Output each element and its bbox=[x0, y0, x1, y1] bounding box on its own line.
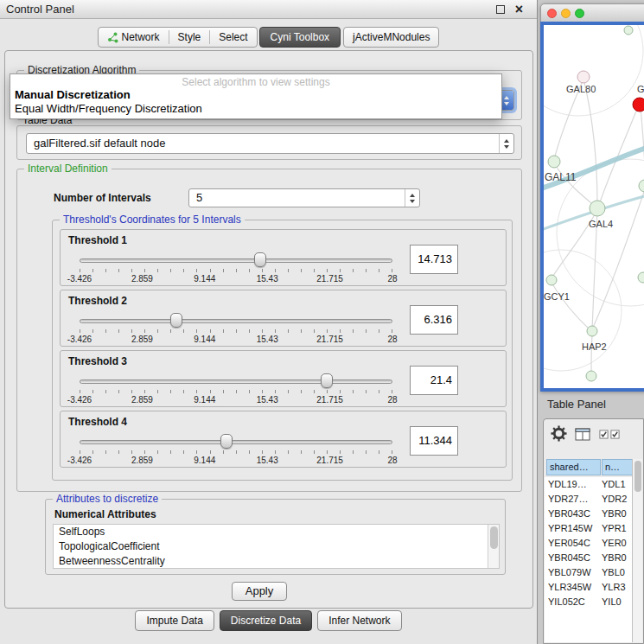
tab-jactivemnodules[interactable]: jActiveMNodules bbox=[343, 27, 439, 48]
tick-label: 15.43 bbox=[257, 456, 278, 465]
tab-discretize-data[interactable]: Discretize Data bbox=[220, 610, 312, 631]
slider-scale: -3.426 2.859 9.144 15.43 21.715 28 bbox=[80, 456, 392, 466]
cyni-toolbox-panel: Discretization Algorithm Select algorith… bbox=[4, 50, 533, 609]
slider-track[interactable] bbox=[80, 379, 392, 384]
tick-label: 15.43 bbox=[257, 395, 278, 405]
table-scrollbar[interactable] bbox=[632, 459, 642, 642]
slider-track[interactable] bbox=[80, 440, 392, 444]
node-label: GAL4 bbox=[589, 219, 613, 229]
slider-thumb[interactable] bbox=[254, 252, 266, 267]
tick-label: -3.426 bbox=[67, 274, 92, 284]
cell-name: YDL1 bbox=[602, 477, 634, 492]
table-row[interactable]: YLR345W YLR3 bbox=[545, 580, 634, 595]
threshold-1-slider[interactable]: -3.426 2.859 9.144 15.43 21.715 28 bbox=[80, 247, 392, 285]
network-node[interactable] bbox=[638, 272, 644, 283]
threshold-4-slider[interactable]: -3.426 2.859 9.144 15.43 21.715 28 bbox=[80, 429, 392, 467]
tab-cyni-label: Cyni Toolbox bbox=[271, 31, 329, 43]
network-node[interactable] bbox=[548, 156, 560, 168]
tick-label: 15.43 bbox=[257, 274, 278, 284]
list-item[interactable]: TopologicalCoefficient bbox=[54, 539, 499, 554]
table-data-combobox[interactable]: galFiltered.sif default node bbox=[26, 133, 514, 154]
list-item[interactable]: BetweennessCentrality bbox=[54, 554, 499, 569]
network-node[interactable] bbox=[639, 180, 644, 192]
attributes-list: SelfLoops TopologicalCoefficient Between… bbox=[53, 524, 500, 569]
tick-label: -3.426 bbox=[67, 335, 92, 344]
dropdown-option-equal-width[interactable]: Equal Width/Frequency Discretization bbox=[10, 102, 501, 116]
tick-label: -3.426 bbox=[67, 456, 92, 465]
close-traffic-light-icon[interactable] bbox=[547, 9, 557, 18]
tab-infer-network[interactable]: Infer Network bbox=[317, 610, 401, 631]
threshold-2-slider[interactable]: -3.426 2.859 9.144 15.43 21.715 28 bbox=[80, 308, 392, 346]
table-row[interactable]: YBL079W YBL0 bbox=[545, 565, 634, 580]
number-of-intervals-label: Number of Intervals bbox=[54, 192, 151, 204]
columns-icon[interactable] bbox=[575, 428, 590, 441]
tick-label: 21.715 bbox=[316, 274, 343, 284]
slider-thumb[interactable] bbox=[220, 434, 233, 449]
slider-track[interactable] bbox=[80, 258, 392, 263]
network-node[interactable] bbox=[590, 201, 605, 216]
cell-name: YBR0 bbox=[602, 507, 634, 521]
minimize-traffic-light-icon[interactable] bbox=[561, 9, 571, 18]
table-data-group: galFiltered.sif default node bbox=[16, 125, 522, 160]
thresholds-group: Threshold's Coordinates for 5 Intervals … bbox=[52, 220, 513, 481]
network-node[interactable] bbox=[624, 26, 633, 35]
network-node[interactable] bbox=[586, 371, 596, 381]
attributes-group-label: Attributes to discretize bbox=[53, 493, 162, 505]
table-row[interactable]: YDR27… YDR2 bbox=[545, 492, 634, 507]
interval-definition-group: Interval Definition Number of Intervals … bbox=[16, 169, 522, 492]
tick-label: 21.715 bbox=[316, 335, 343, 344]
table-row[interactable]: YIL052C YIL0 bbox=[545, 595, 634, 609]
cell-name: YBL0 bbox=[602, 565, 634, 580]
threshold-2-value-field[interactable]: 6.316 bbox=[410, 305, 458, 335]
attributes-group: Attributes to discretize Numerical Attri… bbox=[45, 499, 506, 575]
thresholds-group-label: Threshold's Coordinates for 5 Intervals bbox=[60, 214, 245, 226]
table-row[interactable]: YBR045C YBR0 bbox=[545, 551, 634, 565]
cell-shared-name: YBL079W bbox=[548, 565, 600, 580]
slider-track[interactable] bbox=[80, 319, 392, 323]
network-node-selected[interactable] bbox=[633, 98, 644, 112]
table-row[interactable]: YDL19… YDL1 bbox=[545, 477, 634, 492]
zoom-traffic-light-icon[interactable] bbox=[575, 9, 584, 18]
float-window-icon[interactable] bbox=[496, 5, 505, 14]
scrollbar-thumb[interactable] bbox=[634, 461, 641, 492]
threshold-1-value-field[interactable]: 14.713 bbox=[410, 245, 458, 274]
threshold-3-slider[interactable]: -3.426 2.859 9.144 15.43 21.715 28 bbox=[80, 368, 392, 406]
gear-icon[interactable] bbox=[551, 425, 567, 442]
number-of-intervals-value: 5 bbox=[196, 189, 402, 207]
attributes-scrollbar[interactable] bbox=[488, 525, 499, 568]
number-of-intervals-combobox[interactable]: 5 bbox=[188, 188, 420, 207]
tab-select[interactable]: Select bbox=[210, 28, 256, 47]
table-row[interactable]: YBR043C YBR0 bbox=[545, 507, 634, 521]
slider-thumb[interactable] bbox=[170, 313, 182, 328]
checkbox-icon[interactable] bbox=[610, 430, 620, 439]
column-header-name[interactable]: n… bbox=[602, 459, 634, 475]
cell-shared-name: YBR043C bbox=[548, 507, 600, 521]
dropdown-option-manual[interactable]: Manual Discretization bbox=[10, 88, 501, 102]
scrollbar-thumb[interactable] bbox=[490, 526, 498, 549]
close-icon[interactable]: × bbox=[515, 1, 523, 18]
network-edge bbox=[552, 283, 591, 331]
table-row[interactable]: YER054C YER0 bbox=[545, 536, 634, 551]
control-panel-titlebar: Control Panel × bbox=[0, 0, 537, 19]
network-node[interactable] bbox=[587, 326, 597, 336]
apply-button[interactable]: Apply bbox=[232, 582, 287, 601]
tick-label: 15.43 bbox=[257, 335, 278, 344]
bottom-tab-bar: Impute Data Discretize Data Infer Networ… bbox=[0, 610, 537, 631]
column-header-shared-name[interactable]: shared… bbox=[546, 459, 601, 475]
tick-label: 9.144 bbox=[194, 456, 215, 465]
network-node[interactable] bbox=[577, 71, 590, 83]
table-row[interactable]: YPR145W YPR1 bbox=[545, 521, 634, 536]
network-canvas[interactable]: GAL80 GAL11 GAL4 GCY1 HAP2 GA bbox=[540, 22, 644, 392]
checkbox-icon[interactable] bbox=[599, 430, 609, 439]
list-item[interactable]: SelfLoops bbox=[54, 525, 499, 539]
tab-style[interactable]: Style bbox=[169, 28, 210, 47]
tab-impute-data[interactable]: Impute Data bbox=[135, 610, 214, 631]
tab-network[interactable]: Network bbox=[99, 28, 169, 47]
threshold-4-value-field[interactable]: 11.344 bbox=[410, 426, 458, 456]
table-body: YDL19… YDL1 YDR27… YDR2 YBR043C YBR0 YPR… bbox=[545, 477, 634, 642]
slider-thumb[interactable] bbox=[321, 373, 333, 388]
network-node[interactable] bbox=[546, 275, 557, 285]
tab-cyni-toolbox[interactable]: Cyni Toolbox bbox=[259, 27, 341, 48]
slider-ticks bbox=[80, 390, 392, 393]
threshold-3-value-field[interactable]: 21.4 bbox=[410, 366, 458, 395]
